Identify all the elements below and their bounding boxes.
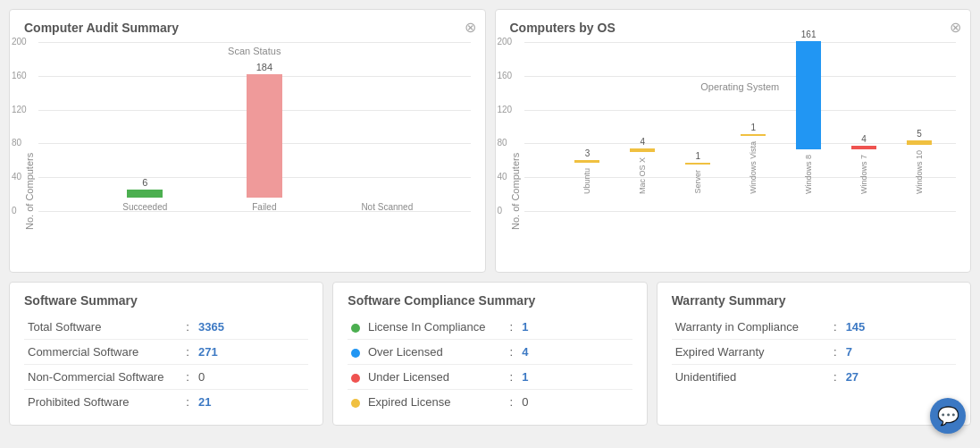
os-bar-win7-rect	[851, 146, 876, 149]
os-bar-win10: 5 Windows 10	[907, 129, 932, 194]
dot-red	[351, 374, 360, 383]
table-row: Unidentified : 27	[672, 365, 956, 390]
table-row: Expired Warranty : 7	[672, 340, 956, 365]
os-card-title: Computers by OS	[510, 21, 957, 35]
os-bar-win10-rect	[907, 140, 932, 145]
audit-chart-inner: 200 160 120 80 40 0 6 Succeeded	[38, 42, 471, 230]
audit-card: Computer Audit Summary ⊗ No. of Computer…	[9, 9, 486, 273]
table-row: Non-Commercial Software : 0	[24, 365, 308, 390]
audit-card-close[interactable]: ⊗	[465, 19, 476, 36]
bar-succeeded-rect	[127, 190, 163, 198]
os-card: Computers by OS ⊗ No. of Computers 200 1…	[495, 9, 972, 273]
software-summary-table: Total Software : 3365 Commercial Softwar…	[24, 315, 308, 414]
compliance-card: Software Compliance Summary License In C…	[332, 282, 647, 426]
bar-failed-rect	[247, 74, 282, 198]
os-bar-ubuntu: 3 Ubuntu	[574, 148, 599, 194]
warranty-card: Warranty Summary Warranty in Compliance …	[657, 282, 971, 426]
os-bar-macosx-rect	[630, 148, 655, 152]
os-bar-vista: 1 Windows Vista	[741, 123, 766, 194]
table-row: Expired License : 0	[348, 390, 632, 415]
os-chart: No. of Computers 200 160 120 80 40 0 3	[510, 42, 957, 230]
warranty-summary-table: Warranty in Compliance : 145 Expired War…	[672, 315, 956, 389]
chat-button[interactable]: 💬	[930, 398, 966, 434]
os-chart-inner: 200 160 120 80 40 0 3 Ubuntu	[524, 42, 957, 230]
audit-bars: 6 Succeeded 184 Failed	[65, 42, 471, 212]
dot-blue	[351, 349, 360, 358]
os-bar-macosx: 4 Mac OS X	[630, 137, 655, 194]
bar-not-scanned: Not Scanned	[361, 196, 413, 212]
audit-chart: No. of Computers 200 160 120 80 40 0	[24, 42, 471, 230]
table-row: Prohibited Software : 21	[24, 390, 308, 415]
bar-succeeded: 6 Succeeded	[122, 177, 167, 212]
software-card: Software Summary Total Software : 3365 C…	[9, 282, 323, 426]
table-row: Under Licensed : 1	[348, 365, 632, 390]
table-row: License In Compliance : 1	[348, 315, 632, 340]
audit-card-title: Computer Audit Summary	[24, 21, 471, 35]
os-bar-server-rect	[685, 163, 710, 165]
table-row: Warranty in Compliance : 145	[672, 315, 956, 340]
os-bar-win8-rect	[796, 41, 821, 149]
os-card-close[interactable]: ⊗	[950, 19, 961, 36]
os-bar-server: 1 Server	[685, 151, 710, 194]
compliance-card-title: Software Compliance Summary	[348, 293, 632, 308]
os-bar-vista-rect	[741, 134, 766, 136]
os-gridline-0: 0	[524, 211, 957, 212]
top-row: Computer Audit Summary ⊗ No. of Computer…	[9, 9, 971, 273]
chat-icon: 💬	[937, 405, 959, 427]
table-row: Total Software : 3365	[24, 315, 308, 340]
bottom-row: Software Summary Total Software : 3365 C…	[9, 282, 971, 426]
os-bar-win8: 161 Windows 8	[796, 30, 821, 194]
os-bars: 3 Ubuntu 4 Mac OS X 1	[551, 42, 957, 194]
dot-green	[351, 324, 360, 333]
software-card-title: Software Summary	[24, 293, 308, 308]
os-bar-ubuntu-rect	[574, 160, 599, 163]
os-bar-win7: 4 Windows 7	[851, 134, 876, 194]
dot-yellow	[351, 399, 360, 408]
table-row: Commercial Software : 271	[24, 340, 308, 365]
bar-failed: 184 Failed	[247, 62, 282, 212]
dashboard: Computer Audit Summary ⊗ No. of Computer…	[0, 0, 980, 448]
warranty-card-title: Warranty Summary	[672, 293, 956, 308]
table-row: Over Licensed : 4	[348, 340, 632, 365]
compliance-summary-table: License In Compliance : 1 Over Licensed …	[348, 315, 632, 414]
